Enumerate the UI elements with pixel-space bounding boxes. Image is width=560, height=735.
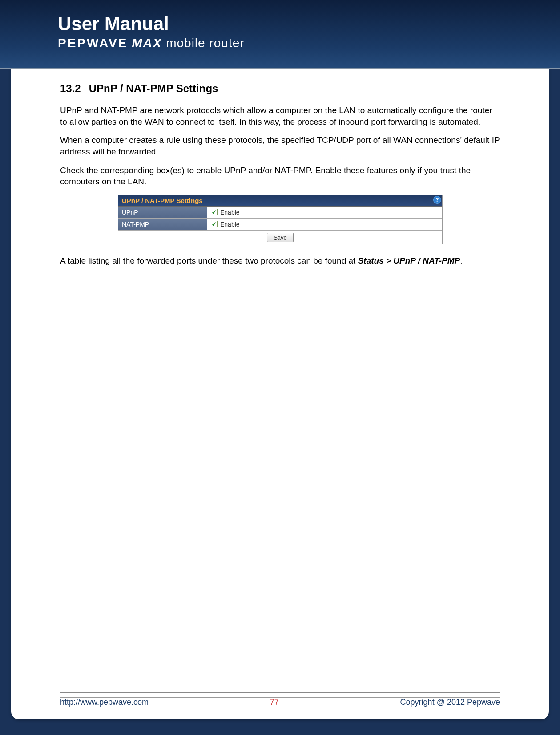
manual-subtitle: PEPWAVE MAX mobile router bbox=[58, 36, 560, 50]
footer-copyright: Copyright @ 2012 Pepwave bbox=[400, 698, 500, 707]
settings-label-natpmp: NAT-PMP bbox=[118, 219, 207, 230]
save-button[interactable]: Save bbox=[267, 233, 294, 242]
p4-text-c: . bbox=[460, 256, 462, 265]
section-heading: 13.2UPnP / NAT-PMP Settings bbox=[60, 82, 500, 95]
save-row: Save bbox=[118, 231, 442, 244]
header-inner: User Manual PEPWAVE MAX mobile router bbox=[0, 0, 560, 50]
header-band: User Manual PEPWAVE MAX mobile router bbox=[0, 0, 560, 69]
paragraph-4: A table listing all the forwarded ports … bbox=[60, 255, 500, 267]
checkbox-upnp[interactable]: ✔ bbox=[211, 209, 218, 215]
help-icon[interactable]: ? bbox=[433, 196, 441, 204]
settings-row-upnp: UPnP ✔ Enable bbox=[118, 207, 442, 219]
page-number: 77 bbox=[270, 698, 279, 707]
settings-label-upnp: UPnP bbox=[118, 207, 207, 218]
footer-rule bbox=[60, 692, 500, 693]
p4-ref: Status > UPnP / NAT-PMP bbox=[358, 256, 460, 265]
footer-url: http://www.pepwave.com bbox=[60, 698, 149, 707]
settings-value-natpmp: ✔ Enable bbox=[207, 219, 442, 230]
p4-text-a: A table listing all the forwarded ports … bbox=[60, 256, 358, 265]
brand-pepwave: PEPWAVE bbox=[58, 36, 128, 50]
paragraph-3: Check the corresponding box(es) to enabl… bbox=[60, 165, 500, 187]
manual-title: User Manual bbox=[58, 13, 560, 35]
brand-tagline: mobile router bbox=[166, 36, 244, 50]
settings-panel: UPnP / NAT-PMP Settings ? UPnP ✔ Enable … bbox=[118, 195, 443, 244]
content-panel: 13.2UPnP / NAT-PMP Settings UPnP and NAT… bbox=[11, 69, 549, 719]
brand-max: MAX bbox=[132, 36, 162, 50]
paragraph-2: When a computer creates a rule using the… bbox=[60, 134, 500, 157]
settings-title: UPnP / NAT-PMP Settings bbox=[122, 197, 203, 204]
settings-value-upnp: ✔ Enable bbox=[207, 207, 442, 218]
enable-label-upnp: Enable bbox=[220, 209, 240, 216]
footer: http://www.pepwave.com 77 Copyright @ 20… bbox=[60, 697, 500, 707]
page: User Manual PEPWAVE MAX mobile router 13… bbox=[0, 0, 560, 735]
section-title: UPnP / NAT-PMP Settings bbox=[89, 82, 218, 94]
settings-title-row: UPnP / NAT-PMP Settings ? bbox=[118, 195, 442, 207]
checkbox-natpmp[interactable]: ✔ bbox=[211, 221, 218, 227]
enable-label-natpmp: Enable bbox=[220, 221, 240, 228]
paragraph-1: UPnP and NAT-PMP are network protocols w… bbox=[60, 105, 500, 127]
section-number: 13.2 bbox=[60, 82, 81, 94]
settings-row-natpmp: NAT-PMP ✔ Enable bbox=[118, 219, 442, 231]
